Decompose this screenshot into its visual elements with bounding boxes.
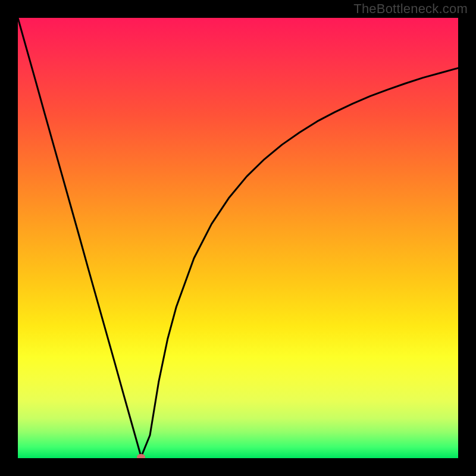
bottleneck-curve bbox=[18, 18, 458, 458]
curve-path bbox=[18, 18, 458, 457]
optimal-point-marker bbox=[137, 454, 145, 458]
watermark-text: TheBottleneck.com bbox=[353, 1, 468, 17]
chart-frame: TheBottleneck.com bbox=[0, 0, 476, 476]
plot-area bbox=[18, 18, 458, 458]
